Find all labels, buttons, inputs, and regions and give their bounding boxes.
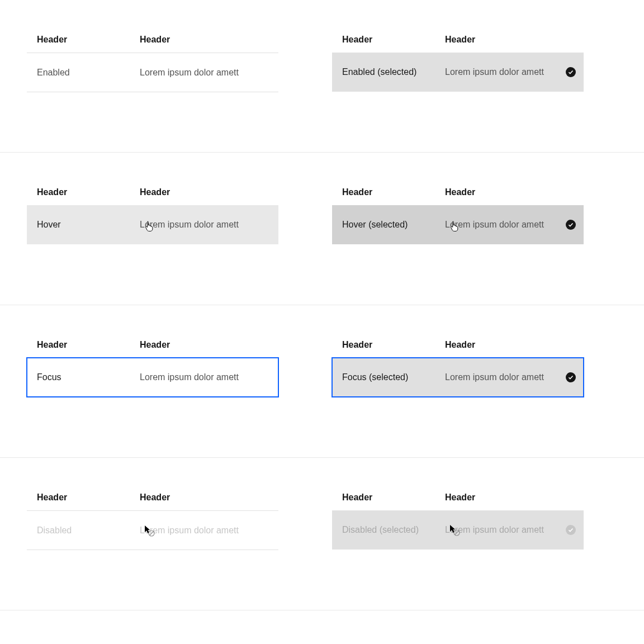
section-hover: Header Header Hover Lorem ipsum dolor am… (0, 153, 644, 305)
table-header-row: Header Header (332, 493, 584, 510)
column-header: Header (435, 35, 584, 45)
column-header: Header (130, 35, 278, 45)
table-row-enabled[interactable]: Enabled Lorem ipsum dolor amett (27, 53, 278, 92)
table-row-hover-selected[interactable]: Hover (selected) Lorem ipsum dolor amett (332, 205, 584, 244)
cell-value: Lorem ipsum dolor amett (435, 372, 584, 382)
table-row-enabled-selected[interactable]: Enabled (selected) Lorem ipsum dolor ame… (332, 53, 584, 92)
checkmark-filled-icon (566, 525, 576, 535)
table-hover: Header Header Hover Lorem ipsum dolor am… (27, 187, 278, 305)
table-row-focus[interactable]: Focus Lorem ipsum dolor amett (27, 358, 278, 397)
cell-state-label: Enabled (27, 68, 130, 78)
table-header-row: Header Header (27, 35, 278, 53)
table-row-hover[interactable]: Hover Lorem ipsum dolor amett (27, 205, 278, 244)
section-disabled: Header Header Disabled Lorem ipsum dolor… (0, 458, 644, 610)
table-enabled: Header Header Enabled Lorem ipsum dolor … (27, 35, 278, 152)
cell-state-label: Disabled (selected) (332, 525, 435, 535)
cell-state-label: Enabled (selected) (332, 67, 435, 77)
column-header: Header (332, 340, 435, 350)
table-disabled: Header Header Disabled Lorem ipsum dolor… (27, 493, 278, 610)
checkmark-filled-icon (566, 372, 576, 382)
cell-value: Lorem ipsum dolor amett (435, 67, 584, 77)
cell-state-label: Focus (27, 372, 130, 382)
table-row-disabled: Disabled Lorem ipsum dolor amett (27, 511, 278, 550)
section-enabled: Header Header Enabled Lorem ipsum dolor … (0, 0, 644, 153)
cell-value: Lorem ipsum dolor amett (130, 68, 278, 78)
column-header: Header (27, 493, 130, 503)
table-header-row: Header Header (332, 35, 584, 53)
cell-value: Lorem ipsum dolor amett (130, 220, 278, 230)
table-header-row: Header Header (27, 493, 278, 511)
cell-state-label: Focus (selected) (332, 372, 435, 382)
column-header: Header (130, 340, 278, 350)
table-enabled-selected: Header Header Enabled (selected) Lorem i… (332, 35, 584, 152)
column-header: Header (435, 493, 584, 503)
column-header: Header (27, 340, 130, 350)
column-header: Header (130, 493, 278, 503)
column-header: Header (332, 35, 435, 45)
table-row-disabled-selected: Disabled (selected) Lorem ipsum dolor am… (332, 510, 584, 550)
cell-value: Lorem ipsum dolor amett (435, 525, 584, 535)
table-focus-selected: Header Header Focus (selected) Lorem ips… (332, 340, 584, 457)
table-header-row: Header Header (332, 187, 584, 205)
cell-value: Lorem ipsum dolor amett (130, 372, 278, 382)
cell-state-label: Hover (selected) (332, 220, 435, 230)
section-focus: Header Header Focus Lorem ipsum dolor am… (0, 305, 644, 458)
cell-value: Lorem ipsum dolor amett (435, 220, 584, 230)
table-header-row: Header Header (27, 187, 278, 205)
column-header: Header (332, 187, 435, 197)
column-header: Header (130, 187, 278, 197)
column-header: Header (27, 35, 130, 45)
column-header: Header (332, 493, 435, 503)
cell-state-label: Hover (27, 220, 130, 230)
table-header-row: Header Header (332, 340, 584, 358)
column-header: Header (435, 340, 584, 350)
checkmark-filled-icon (566, 67, 576, 77)
table-focus: Header Header Focus Lorem ipsum dolor am… (27, 340, 278, 457)
table-header-row: Header Header (27, 340, 278, 358)
cell-state-label: Disabled (27, 525, 130, 536)
table-hover-selected: Header Header Hover (selected) Lorem ips… (332, 187, 584, 305)
table-row-focus-selected[interactable]: Focus (selected) Lorem ipsum dolor amett (332, 358, 584, 397)
checkmark-filled-icon (566, 220, 576, 230)
column-header: Header (435, 187, 584, 197)
cell-value: Lorem ipsum dolor amett (130, 525, 278, 536)
column-header: Header (27, 187, 130, 197)
table-disabled-selected: Header Header Disabled (selected) Lorem … (332, 493, 584, 610)
